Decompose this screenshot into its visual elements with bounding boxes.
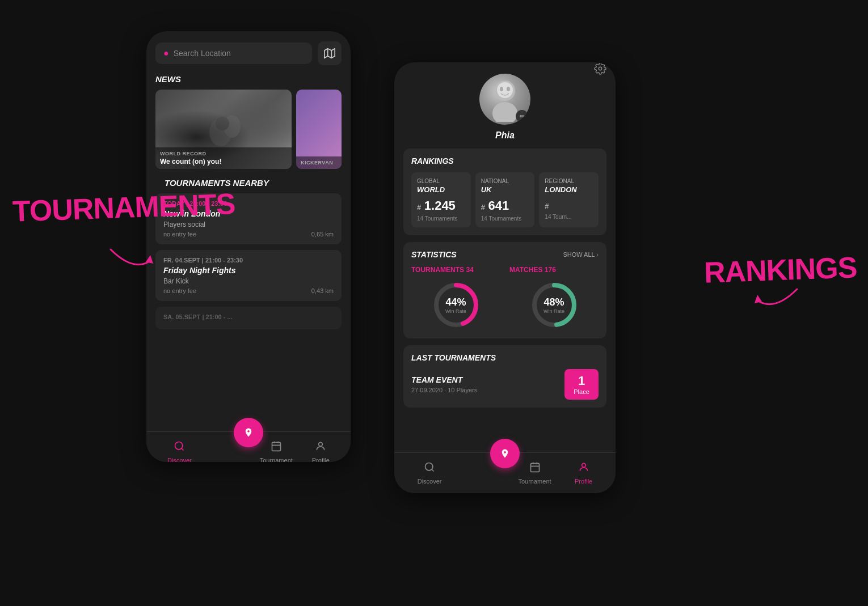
svg-point-5 (216, 117, 229, 130)
donut-tournaments: 44% Win Rate (431, 279, 482, 330)
last-tournament-info: TEAM EVENT 27.09.2020 · 10 Players (411, 375, 477, 393)
t2-fee: no entry fee (163, 287, 196, 294)
avatar: ✏ (479, 74, 530, 125)
nav-discover[interactable]: Discover (167, 440, 192, 462)
curved-arrow-right (752, 278, 803, 323)
last-tournaments-title: LAST TOURNAMENTS (411, 353, 599, 362)
svg-point-13 (599, 67, 602, 70)
nav-tournament-label-right: Tournament (518, 478, 551, 485)
donut-matches-pct: 48% (543, 296, 564, 308)
edit-avatar-badge[interactable]: ✏ (516, 110, 528, 122)
ranking-national-scope: NATIONAL (481, 178, 529, 184)
ranking-global-number: # 1.245 (417, 198, 465, 213)
right-fab-button[interactable] (490, 439, 520, 468)
stats-row: TOURNAMENTS 34 44% Win Rate (411, 266, 599, 330)
tournament-card-2[interactable]: FR. 04.SEPT | 21:00 - 23:30 Friday Night… (155, 250, 342, 301)
stat-matches-label: MATCHES 176 (509, 266, 556, 274)
news-tag-1: WORLD RECORD (160, 151, 287, 156)
nav-profile-right[interactable]: Profile (575, 461, 592, 485)
svg-point-6 (175, 442, 183, 450)
stat-tournaments: TOURNAMENTS 34 44% Win Rate (411, 266, 500, 330)
statistics-card: STATISTICS SHOW ALL › TOURNAMENTS 34 (403, 242, 606, 338)
news-title-1: We count (on) you! (160, 158, 287, 166)
tournament-icon (271, 440, 282, 455)
svg-point-18 (507, 87, 510, 91)
t1-fee: no entry fee (163, 231, 196, 238)
tournament-card-3[interactable]: SA. 05.SEPT | 21:00 - ... (155, 307, 342, 329)
t1-venue: Players social (163, 221, 334, 228)
search-placeholder: Search Location (174, 49, 231, 58)
donut-tournaments-pct: 44% (445, 296, 466, 308)
t2-footer: no entry fee 0,43 km (163, 287, 334, 294)
nav-profile-label-right: Profile (575, 478, 592, 485)
tournament-icon-right (529, 461, 541, 476)
t3-time: SA. 05.SEPT | 21:00 - ... (163, 313, 334, 320)
ranking-national: NATIONAL UK # 641 14 Tournaments (475, 172, 535, 227)
nav-discover-right[interactable]: Discover (418, 461, 442, 485)
ranking-global-region: WORLD (417, 185, 465, 194)
nav-tournament-right[interactable]: Tournament (518, 461, 551, 485)
stats-header: STATISTICS SHOW ALL › (411, 250, 599, 259)
t1-dist: 0,65 km (311, 231, 334, 238)
news-card-1[interactable]: WORLD RECORD We count (on) you! (155, 90, 292, 169)
ranking-global: GLOBAL WORLD # 1.245 14 Tournaments (411, 172, 471, 227)
ranking-regional-number: # (545, 198, 593, 211)
show-all-button[interactable]: SHOW ALL › (563, 251, 599, 258)
donut-tournaments-sub: Win Rate (445, 308, 466, 314)
svg-point-16 (497, 82, 513, 98)
left-phone: ● Search Location NEWS (146, 31, 351, 462)
map-button[interactable] (318, 41, 342, 65)
statistics-title: STATISTICS (411, 250, 457, 259)
last-tournament-date-players: 27.09.2020 · 10 Players (411, 387, 477, 393)
ranking-global-scope: GLOBAL (417, 178, 465, 184)
stat-tournaments-label: TOURNAMENTS 34 (411, 266, 474, 274)
nav-profile-label-left: Profile (312, 457, 330, 462)
tournaments-nearby-title: TOURNAMENTS NEARBY (165, 178, 332, 188)
donut-matches: 48% Win Rate (529, 279, 580, 330)
news-tag-2: KICKERVAN (301, 160, 337, 166)
search-icon: ● (163, 48, 169, 58)
profile-icon-left (315, 440, 326, 455)
rankings-card-title: RANKINGS (411, 156, 599, 166)
svg-point-29 (582, 463, 585, 467)
right-phone: ✏ Phia RANKINGS GLOBAL WORLD # 1.245 14 … (394, 62, 616, 493)
curved-arrow-left (105, 238, 156, 283)
rankings-card: RANKINGS GLOBAL WORLD # 1.245 14 Tournam… (403, 149, 606, 235)
last-tournament-row: TEAM EVENT 27.09.2020 · 10 Players 1 Pla… (411, 369, 599, 400)
ranking-regional-sub: 14 Tourn... (545, 214, 593, 220)
discover-icon (174, 440, 185, 455)
profile-icon-right (578, 461, 589, 476)
ranking-national-sub: 14 Tournaments (481, 215, 529, 222)
svg-rect-25 (530, 463, 539, 472)
svg-point-17 (500, 87, 503, 91)
donut-matches-center: 48% Win Rate (543, 296, 564, 314)
discover-icon-right (424, 461, 435, 476)
place-badge: 1 Place (564, 369, 599, 400)
left-phone-inner: ● Search Location NEWS (146, 41, 351, 462)
news-card-2[interactable]: KICKERVAN (296, 90, 342, 169)
ranking-global-sub: 14 Tournaments (417, 215, 465, 222)
t2-name: Friday Night Fights (163, 266, 334, 275)
search-input-wrap[interactable]: ● Search Location (155, 43, 312, 64)
svg-line-24 (432, 469, 434, 472)
ranking-regional-region: LONDON (545, 185, 593, 194)
last-tournaments-card: LAST TOURNAMENTS TEAM EVENT 27.09.2020 ·… (403, 345, 606, 408)
fab-button[interactable] (234, 418, 263, 447)
svg-line-7 (182, 448, 184, 451)
nav-profile-left[interactable]: Profile (312, 440, 330, 462)
ranking-national-region: UK (481, 185, 529, 194)
last-tournament-name: TEAM EVENT (411, 375, 477, 384)
t2-time: FR. 04.SEPT | 21:00 - 23:30 (163, 257, 334, 264)
svg-point-12 (319, 442, 323, 446)
svg-point-15 (492, 102, 517, 122)
t1-footer: no entry fee 0,65 km (163, 231, 334, 238)
donut-matches-sub: Win Rate (543, 308, 564, 314)
nav-discover-label-right: Discover (418, 478, 442, 485)
settings-icon[interactable] (594, 62, 606, 78)
search-bar: ● Search Location (155, 41, 342, 65)
news-row: WORLD RECORD We count (on) you! KICKERVA… (155, 90, 342, 169)
nav-tournament-left[interactable]: Tournament (260, 440, 293, 462)
ranking-regional-scope: REGIONAL (545, 178, 593, 184)
svg-point-23 (425, 463, 433, 471)
donut-tournaments-center: 44% Win Rate (445, 296, 466, 314)
